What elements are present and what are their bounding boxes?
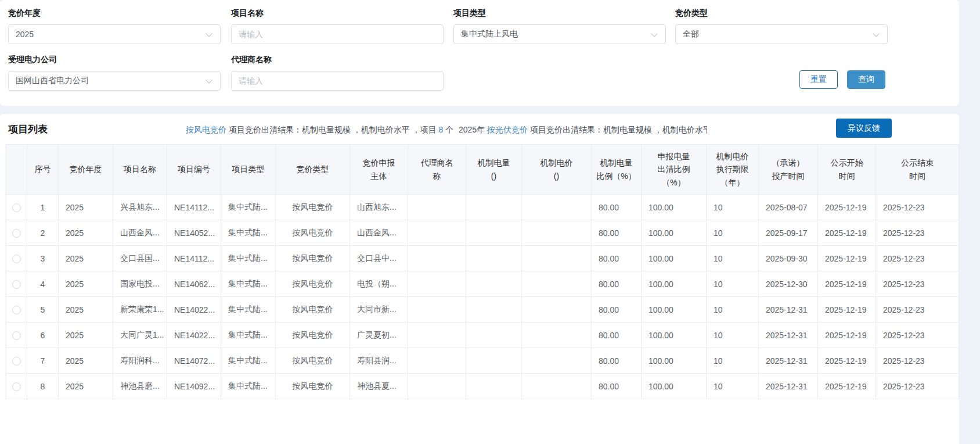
- cell-qty-ratio: 80.00: [592, 246, 642, 271]
- chevron-down-icon: [651, 30, 657, 37]
- cell-bid-type: 按风电竞价: [276, 374, 350, 399]
- cell-qty-ratio: 80.00: [592, 323, 642, 348]
- row-radio-button[interactable]: [12, 280, 21, 289]
- cell-publicity-end: 2025-12-23: [876, 348, 959, 374]
- cell-seq: 2: [27, 220, 59, 246]
- row-radio-button[interactable]: [12, 382, 21, 391]
- cell-mechanism-qty: [466, 195, 522, 220]
- cell-mechanism-qty: [466, 348, 522, 374]
- filter-project-type: 项目类型 集中式陆上风电: [453, 8, 666, 44]
- cell-bid-year: 2025: [59, 323, 113, 348]
- objection-feedback-button[interactable]: 异议反馈: [836, 119, 892, 138]
- row-radio-cell: [6, 297, 27, 323]
- header-project-type: 项目类型: [221, 145, 276, 195]
- table-row[interactable]: 7 2025 寿阳润科... NE14072... 集中式陆... 按风电竞价 …: [6, 348, 959, 374]
- row-radio-button[interactable]: [12, 306, 21, 314]
- page-title: 项目列表: [8, 123, 48, 136]
- wind-bid-result-text: 项目竞价出清结果：机制电量规模 ，机制电价水平 ，项目: [229, 125, 437, 134]
- table-row[interactable]: 2 2025 山西金风... NE14052... 集中式陆... 按风电竞价 …: [6, 220, 959, 246]
- bid-type-select[interactable]: 全部: [675, 24, 888, 44]
- cell-agent-name: [408, 246, 466, 271]
- cell-seq: 6: [27, 323, 59, 348]
- cell-bid-type: 按风电竞价: [276, 348, 350, 374]
- cell-production-date: 2025-12-31: [759, 348, 818, 374]
- project-name-input[interactable]: [231, 24, 444, 44]
- row-radio-button[interactable]: [12, 357, 21, 366]
- cell-production-date: 2025-09-30: [759, 246, 818, 271]
- cell-agent-name: [408, 271, 466, 297]
- cell-publicity-start: 2025-12-19: [818, 220, 876, 246]
- filter-panel: 竞价年度 2025 项目名称 项目类型 集中式陆上风电 竞价类型 全部 受理电力…: [0, 0, 959, 106]
- cell-clear-ratio: 100.00: [642, 246, 707, 271]
- cell-mechanism-price: [522, 348, 592, 374]
- cell-project-code: NE14112...: [167, 195, 221, 220]
- cell-project-type: 集中式陆...: [221, 297, 276, 323]
- cell-project-type: 集中式陆...: [221, 220, 276, 246]
- cell-project-type: 集中式陆...: [221, 323, 276, 348]
- bid-year-select[interactable]: 2025: [8, 24, 221, 44]
- cell-project-code: NE14112...: [167, 246, 221, 271]
- cell-seq: 7: [27, 348, 59, 374]
- table-row[interactable]: 4 2025 国家电投... NE14062... 集中式陆... 按风电竞价 …: [6, 271, 959, 297]
- cell-agent-name: [408, 220, 466, 246]
- project-name-label: 项目名称: [231, 8, 444, 19]
- cell-mechanism-qty: [466, 297, 522, 323]
- header-seq: 序号: [27, 145, 59, 195]
- cell-mechanism-qty: [466, 246, 522, 271]
- cell-mechanism-price: [522, 297, 592, 323]
- table-row[interactable]: 5 2025 新荣康荣1... NE14022... 集中式陆... 按风电竞价…: [6, 297, 959, 323]
- cell-clear-ratio: 100.00: [642, 220, 707, 246]
- row-radio-button[interactable]: [12, 229, 21, 238]
- table-row[interactable]: 3 2025 交口县国... NE14112... 集中式陆... 按风电竞价 …: [6, 246, 959, 271]
- row-radio-button[interactable]: [12, 331, 21, 340]
- agent-name-label: 代理商名称: [231, 55, 444, 65]
- project-type-select[interactable]: 集中式陆上风电: [453, 24, 666, 44]
- row-radio-cell: [6, 220, 27, 246]
- query-button[interactable]: 查询: [847, 70, 885, 89]
- header-project-name: 项目名称: [113, 145, 167, 195]
- cell-seq: 1: [27, 195, 59, 220]
- power-company-select[interactable]: 国网山西省电力公司: [8, 71, 221, 91]
- table-row[interactable]: 6 2025 大同广灵1... NE14022... 集中式陆... 按风电竞价…: [6, 323, 959, 348]
- cell-bid-year: 2025: [59, 220, 113, 246]
- cell-qty-ratio: 80.00: [592, 348, 642, 374]
- cell-project-code: NE14092...: [167, 374, 221, 399]
- wind-bid-link[interactable]: 按风电竞价: [186, 125, 226, 134]
- reset-button[interactable]: 重置: [799, 70, 838, 89]
- row-radio-button[interactable]: [12, 203, 21, 212]
- cell-price-term: 10: [707, 195, 759, 220]
- table-body: 1 2025 兴县旭东... NE14112... 集中式陆... 按风电竞价 …: [6, 195, 959, 399]
- cell-project-code: NE14022...: [167, 297, 221, 323]
- cell-agent-name: [408, 374, 466, 399]
- row-radio-cell: [6, 195, 27, 220]
- cell-bid-year: 2025: [59, 374, 113, 399]
- table-row[interactable]: 8 2025 神池县磨... NE14092... 集中式陆... 按风电竞价 …: [6, 374, 959, 399]
- cell-project-name: 国家电投...: [113, 271, 167, 297]
- cell-bid-subject: 山西金风...: [350, 220, 408, 246]
- wind-bid-count-unit: 个: [445, 125, 453, 134]
- filter-project-name: 项目名称: [231, 8, 444, 44]
- cell-clear-ratio: 100.00: [642, 323, 707, 348]
- cell-bid-year: 2025: [59, 195, 113, 220]
- cell-production-date: 2025-08-07: [759, 195, 818, 220]
- pv-bid-link[interactable]: 按光伏竞价: [487, 125, 528, 134]
- cell-agent-name: [408, 348, 466, 374]
- table-row[interactable]: 1 2025 兴县旭东... NE14112... 集中式陆... 按风电竞价 …: [6, 195, 959, 220]
- header-clear-ratio: 申报电量 出清比例 （%）: [642, 145, 707, 195]
- pv-bid-notice: 2025年 按光伏竞价 项目竞价出清结果：机制电量规模 ，机制电价水平 ，项: [459, 125, 707, 135]
- cell-mechanism-price: [522, 323, 592, 348]
- cell-price-term: 10: [707, 348, 759, 374]
- cell-mechanism-price: [522, 374, 592, 399]
- agent-name-input[interactable]: [231, 71, 444, 91]
- header-bid-subject: 竞价申报 主体: [350, 145, 408, 195]
- header-bid-type: 竞价类型: [276, 145, 350, 195]
- cell-project-name: 交口县国...: [113, 246, 167, 271]
- cell-agent-name: [408, 323, 466, 348]
- cell-agent-name: [408, 297, 466, 323]
- cell-production-date: 2025-12-31: [759, 297, 818, 323]
- row-radio-button[interactable]: [12, 255, 21, 263]
- cell-publicity-end: 2025-12-23: [876, 220, 959, 246]
- header-publicity-start: 公示开始 时间: [818, 145, 876, 195]
- cell-clear-ratio: 100.00: [642, 297, 707, 323]
- cell-publicity-start: 2025-12-19: [818, 348, 876, 374]
